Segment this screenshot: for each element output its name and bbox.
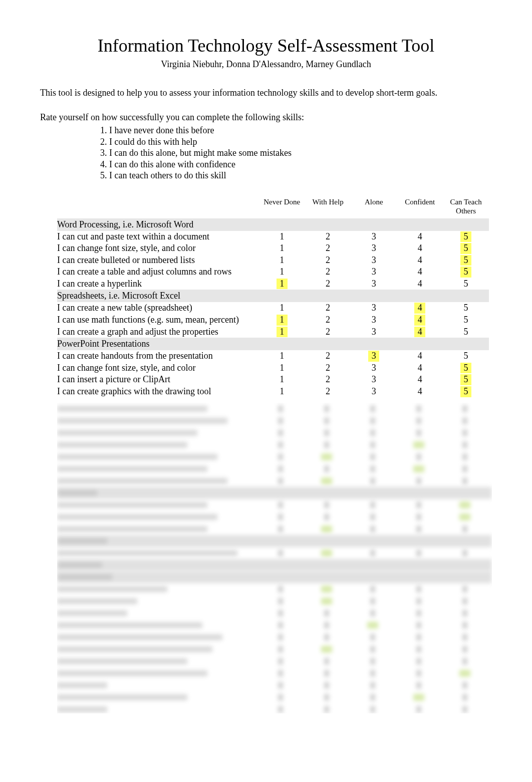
blurred-highlight-dot — [321, 453, 332, 460]
rating-cell[interactable]: 4 — [397, 231, 443, 243]
blurred-dot — [416, 550, 421, 557]
rating-cell[interactable]: 1 — [259, 278, 305, 290]
rating-cell[interactable]: 4 — [397, 326, 443, 338]
rating-cell[interactable]: 5 — [443, 254, 489, 267]
rating-cell[interactable]: 3 — [351, 362, 397, 374]
skill-label: I can create a new table (spreadsheet) — [57, 302, 259, 314]
rating-cell[interactable]: 2 — [305, 326, 351, 338]
rating-cell[interactable]: 2 — [305, 314, 351, 326]
section-row: Word Processing, i.e. Microsoft Word — [57, 218, 489, 231]
rating-cell[interactable]: 4 — [397, 302, 443, 314]
rating-cell[interactable]: 4 — [397, 278, 443, 290]
blurred-dot — [416, 501, 421, 508]
skill-label: I can create handouts from the presentat… — [57, 350, 259, 362]
rating-cell[interactable]: 4 — [397, 314, 443, 326]
rating-cell[interactable]: 2 — [305, 254, 351, 267]
rating-cell[interactable]: 1 — [259, 326, 305, 338]
section-label: PowerPoint Presentations — [57, 338, 259, 350]
rating-cell[interactable]: 2 — [305, 386, 351, 398]
rating-cell[interactable]: 3 — [351, 374, 397, 386]
blurred-dot — [324, 513, 329, 520]
rating-cell[interactable]: 3 — [351, 302, 397, 314]
blurred-dot — [370, 550, 375, 557]
blurred-row — [57, 403, 492, 415]
rating-cell[interactable]: 2 — [305, 362, 351, 374]
rating-cell[interactable]: 2 — [305, 374, 351, 386]
skill-label: I can create a table and adjust columns … — [57, 266, 259, 278]
rating-cell[interactable]: 1 — [259, 362, 305, 374]
rating-cell[interactable]: 4 — [397, 374, 443, 386]
rating-cell[interactable]: 5 — [443, 231, 489, 243]
rating-cell[interactable]: 4 — [397, 254, 443, 267]
rating-cell[interactable]: 5 — [443, 266, 489, 278]
rating-cell[interactable]: 3 — [351, 266, 397, 278]
rating-cell[interactable]: 3 — [351, 350, 397, 362]
header-with-help: With Help — [305, 195, 351, 218]
rating-cell[interactable]: 1 — [259, 302, 305, 314]
blurred-cells — [257, 634, 492, 641]
blurred-highlight-dot — [321, 586, 332, 593]
rating-cell[interactable]: 1 — [259, 374, 305, 386]
rating-cell[interactable]: 1 — [259, 254, 305, 267]
rating-cell[interactable]: 2 — [305, 231, 351, 243]
section-cell — [397, 338, 443, 350]
blurred-dot — [416, 598, 421, 605]
blurred-highlight-dot — [321, 550, 332, 557]
rating-cell[interactable]: 3 — [351, 231, 397, 243]
rating-cell[interactable]: 2 — [305, 350, 351, 362]
blurred-cells — [257, 465, 492, 472]
rating-cell[interactable]: 2 — [305, 242, 351, 254]
blurred-dot — [278, 586, 283, 593]
blurred-cells — [257, 526, 492, 533]
blurred-dot — [370, 682, 375, 689]
highlight: 5 — [460, 386, 471, 397]
blurred-dot — [278, 550, 283, 557]
rating-cell[interactable]: 3 — [351, 314, 397, 326]
blurred-dot — [462, 658, 467, 665]
section-cell — [397, 290, 443, 302]
rating-cell[interactable]: 5 — [443, 302, 489, 314]
rating-cell[interactable]: 5 — [443, 362, 489, 374]
blurred-dot — [416, 586, 421, 593]
rating-cell[interactable]: 3 — [351, 254, 397, 267]
blurred-cells — [257, 429, 492, 436]
rating-cell[interactable]: 1 — [259, 242, 305, 254]
table-row: I can change font size, style, and color… — [57, 242, 489, 254]
rating-cell[interactable]: 2 — [305, 266, 351, 278]
rating-cell[interactable]: 3 — [351, 278, 397, 290]
rating-cell[interactable]: 5 — [443, 278, 489, 290]
rating-cell[interactable]: 5 — [443, 386, 489, 398]
rating-cell[interactable]: 1 — [259, 350, 305, 362]
rating-cell[interactable]: 2 — [305, 302, 351, 314]
rating-cell[interactable]: 5 — [443, 350, 489, 362]
blurred-label — [57, 670, 207, 676]
rating-cell[interactable]: 5 — [443, 314, 489, 326]
blurred-dot — [324, 634, 329, 641]
blurred-cells — [257, 586, 492, 593]
rating-cell[interactable]: 1 — [259, 314, 305, 326]
rating-cell[interactable]: 5 — [443, 374, 489, 386]
highlight: 5 — [460, 255, 471, 266]
blurred-label — [57, 538, 107, 544]
rating-cell[interactable]: 5 — [443, 326, 489, 338]
rating-cell[interactable]: 4 — [397, 386, 443, 398]
table-row: I can insert a picture or ClipArt12345 — [57, 374, 489, 386]
rating-cell[interactable]: 3 — [351, 242, 397, 254]
table-header-row: Never Done With Help Alone Confident Can… — [57, 195, 489, 218]
rating-cell[interactable]: 1 — [259, 386, 305, 398]
rating-cell[interactable]: 3 — [351, 386, 397, 398]
blurred-cells — [257, 598, 492, 605]
rating-cell[interactable]: 4 — [397, 242, 443, 254]
rating-cell[interactable]: 1 — [259, 231, 305, 243]
rating-cell[interactable]: 1 — [259, 266, 305, 278]
blurred-row — [57, 703, 492, 713]
blurred-label — [57, 682, 107, 688]
rating-cell[interactable]: 2 — [305, 278, 351, 290]
rating-cell[interactable]: 3 — [351, 326, 397, 338]
rating-cell[interactable]: 4 — [397, 362, 443, 374]
rating-cell[interactable]: 4 — [397, 266, 443, 278]
blurred-dot — [462, 610, 467, 617]
rating-cell[interactable]: 4 — [397, 350, 443, 362]
rating-cell[interactable]: 5 — [443, 242, 489, 254]
header-never-done: Never Done — [259, 195, 305, 218]
